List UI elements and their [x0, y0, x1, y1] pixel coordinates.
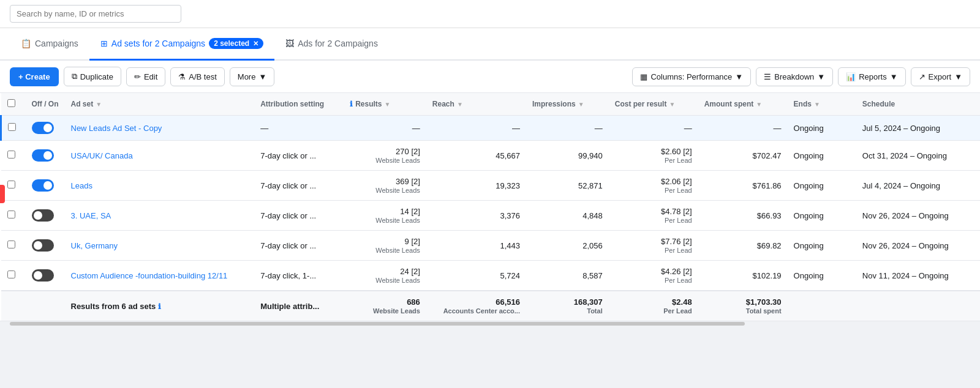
- footer-label: Results from 6 ad sets ℹ: [65, 291, 255, 321]
- tab-adsets-label: Ad sets for 2 Campaigns: [111, 39, 205, 48]
- adsets-badge-close[interactable]: ✕: [253, 40, 258, 48]
- row-cost: —: [609, 116, 698, 141]
- footer-amount-sub: Total spent: [746, 307, 782, 315]
- more-chevron-icon: ▼: [258, 72, 266, 81]
- footer-attribution-val: Multiple attrib...: [260, 302, 319, 311]
- footer-reach: 66,516 Accounts Center acco...: [426, 291, 526, 321]
- abtest-button[interactable]: ⚗ A/B test: [170, 67, 225, 86]
- footer-results-sub: Website Leads: [373, 307, 420, 315]
- row-toggle-cell: [26, 261, 65, 291]
- reports-button[interactable]: 📊 Reports ▼: [838, 67, 905, 86]
- row-attribution: 7-day click or ...: [254, 171, 344, 201]
- col-amount-label: Amount spent: [704, 100, 754, 108]
- col-ends-sort-icon: ▼: [814, 101, 820, 108]
- export-icon: ↗: [919, 72, 925, 81]
- row-checkbox[interactable]: [7, 270, 15, 278]
- col-amount[interactable]: Amount spent ▼: [698, 93, 788, 116]
- tab-ads[interactable]: 🖼 Ads for 2 Campaigns: [274, 29, 389, 60]
- row-adset-name[interactable]: USA/UK/ Canada: [65, 141, 255, 171]
- col-reach[interactable]: Reach ▼: [426, 93, 526, 116]
- search-bar-container: [0, 0, 980, 28]
- tab-campaigns-label: Campaigns: [35, 39, 78, 48]
- row-schedule: Nov 11, 2024 – Ongoing: [856, 261, 980, 291]
- row-ends: Ongoing: [788, 116, 856, 141]
- scrollbar-thumb[interactable]: [10, 322, 745, 326]
- footer-info-icon: ℹ: [158, 302, 161, 311]
- row-adset-name[interactable]: Leads: [65, 171, 255, 201]
- col-reach-sort-icon: ▼: [457, 101, 463, 108]
- row-toggle[interactable]: [32, 239, 54, 252]
- col-adset[interactable]: Ad set ▼: [65, 93, 255, 116]
- row-adset-name[interactable]: 3. UAE, SA: [65, 201, 255, 231]
- export-button[interactable]: ↗ Export ▼: [911, 67, 970, 86]
- footer-cost-sub: Per Lead: [663, 307, 692, 315]
- row-reach: 19,323: [426, 171, 526, 201]
- row-impressions: 8,587: [526, 261, 609, 291]
- table-row: USA/UK/ Canada7-day click or ...270 [2]W…: [1, 141, 981, 171]
- breakdown-icon: ☰: [764, 72, 771, 81]
- row-checkbox[interactable]: [7, 211, 15, 218]
- tab-adsets[interactable]: ⊞ Ad sets for 2 Campaigns 2 selected ✕: [89, 28, 274, 61]
- reports-chevron-icon: ▼: [890, 72, 898, 81]
- duplicate-button[interactable]: ⧉ Duplicate: [64, 67, 121, 86]
- col-amount-sort-icon: ▼: [756, 101, 762, 108]
- edit-label: Edit: [144, 72, 157, 81]
- columns-label: Columns: Performance: [650, 72, 732, 81]
- col-schedule: Schedule: [856, 93, 980, 116]
- row-impressions: —: [526, 116, 609, 141]
- row-checkbox[interactable]: [7, 241, 15, 248]
- create-button[interactable]: + Create: [10, 67, 59, 86]
- row-toggle[interactable]: [32, 179, 54, 192]
- edit-button[interactable]: ✏ Edit: [126, 67, 165, 86]
- row-adset-name[interactable]: Custom Audience -foundation-building 12/…: [65, 261, 255, 291]
- row-cost: $4.26 [2]Per Lead: [609, 261, 698, 291]
- col-cost-label: Cost per result: [615, 100, 667, 108]
- row-toggle[interactable]: [32, 149, 54, 162]
- ad-sets-table: Off / On Ad set ▼ Attribution setting ℹ …: [0, 93, 980, 321]
- row-toggle-cell: [26, 116, 65, 141]
- col-impressions[interactable]: Impressions ▼: [526, 93, 609, 116]
- tab-campaigns[interactable]: 📋 Campaigns: [10, 29, 89, 60]
- breakdown-button[interactable]: ☰ Breakdown ▼: [756, 67, 833, 86]
- select-all-checkbox[interactable]: [7, 99, 15, 107]
- row-impressions: 4,848: [526, 201, 609, 231]
- tab-ads-label: Ads for 2 Campaigns: [298, 39, 378, 48]
- columns-button[interactable]: ▦ Columns: Performance ▼: [632, 67, 751, 86]
- col-cost-sort-icon: ▼: [669, 101, 675, 108]
- row-toggle[interactable]: [32, 122, 54, 134]
- col-reach-label: Reach: [432, 100, 454, 108]
- row-impressions: 52,871: [526, 171, 609, 201]
- row-ends: Ongoing: [788, 201, 856, 231]
- more-button[interactable]: More ▼: [230, 67, 275, 86]
- col-cost[interactable]: Cost per result ▼: [609, 93, 698, 116]
- toolbar: + Create ⧉ Duplicate ✏ Edit ⚗ A/B test M…: [0, 61, 980, 93]
- col-results[interactable]: ℹ Results ▼: [344, 93, 426, 116]
- row-checkbox-cell: [1, 231, 26, 261]
- row-schedule: Nov 26, 2024 – Ongoing: [856, 201, 980, 231]
- row-reach: 45,667: [426, 141, 526, 171]
- campaigns-icon: 📋: [21, 39, 31, 48]
- row-adset-name[interactable]: New Leads Ad Set - Copy: [65, 116, 255, 141]
- row-checkbox[interactable]: [7, 151, 15, 159]
- row-amount: $102.19: [698, 261, 788, 291]
- red-side-indicator: [0, 185, 5, 203]
- search-input[interactable]: [10, 5, 181, 23]
- row-toggle[interactable]: [32, 209, 54, 222]
- row-results: 14 [2]Website Leads: [344, 201, 426, 231]
- col-offon: Off / On: [26, 93, 65, 116]
- toolbar-right: ▦ Columns: Performance ▼ ☰ Breakdown ▼ 📊…: [632, 67, 970, 86]
- tab-bar: 📋 Campaigns ⊞ Ad sets for 2 Campaigns 2 …: [0, 28, 980, 61]
- col-ends[interactable]: Ends ▼: [788, 93, 856, 116]
- horizontal-scrollbar[interactable]: [0, 321, 980, 326]
- row-toggle-cell: [26, 141, 65, 171]
- breakdown-chevron-icon: ▼: [817, 72, 825, 81]
- table-row: New Leads Ad Set - Copy——————OngoingJul …: [1, 116, 981, 141]
- row-adset-name[interactable]: Uk, Germany: [65, 231, 255, 261]
- row-toggle[interactable]: [32, 269, 54, 282]
- more-label: More: [238, 72, 256, 81]
- row-checkbox[interactable]: [7, 181, 15, 188]
- row-ends: Ongoing: [788, 261, 856, 291]
- row-checkbox[interactable]: [8, 123, 16, 131]
- row-cost: $7.76 [2]Per Lead: [609, 231, 698, 261]
- row-toggle-cell: [26, 171, 65, 201]
